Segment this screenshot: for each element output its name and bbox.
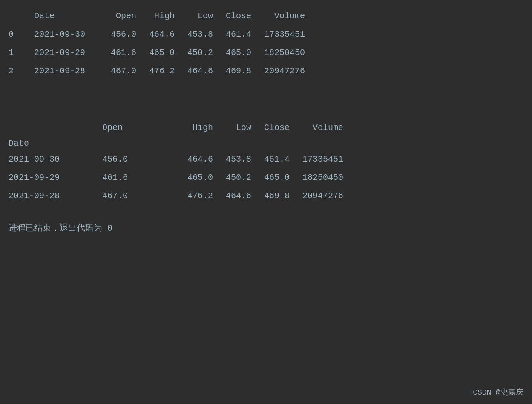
table2-cell-low: 450.2 bbox=[226, 168, 264, 187]
table2-section: Open High Low Close Volume Date 2021-09-… bbox=[9, 118, 523, 205]
table2-cell-high: 476.2 bbox=[187, 187, 226, 205]
table1-cell-index: 0 bbox=[9, 25, 34, 43]
table2-cell-volume: 17335451 bbox=[302, 150, 356, 168]
table2-cell-volume: 18250450 bbox=[302, 168, 356, 187]
table1-section: Date Open High Low Close Volume 0 2021-0… bbox=[9, 7, 523, 80]
table1-row: 2 2021-09-28 467.0 476.2 464.6 469.8 209… bbox=[9, 62, 318, 80]
table2-row: 2021-09-30 456.0 464.6 453.8 461.4 17335… bbox=[9, 150, 356, 168]
table1-cell-high: 465.0 bbox=[149, 43, 187, 62]
table2-header-row: Open High Low Close Volume bbox=[9, 118, 356, 137]
table1-row: 1 2021-09-29 461.6 465.0 450.2 465.0 182… bbox=[9, 43, 318, 62]
table2-col-close: Close bbox=[264, 118, 302, 137]
table1-cell-low: 450.2 bbox=[187, 43, 226, 62]
process-end-message: 进程已结束，退出代码为 0 bbox=[9, 222, 523, 234]
table1-cell-index: 2 bbox=[9, 62, 34, 80]
table1-cell-date: 2021-09-30 bbox=[34, 25, 111, 43]
table1-col-high: High bbox=[149, 7, 187, 25]
terminal-content: Date Open High Low Close Volume 0 2021-0… bbox=[9, 7, 523, 234]
table1-row: 0 2021-09-30 456.0 464.6 453.8 461.4 173… bbox=[9, 25, 318, 43]
table1-col-open: Open bbox=[111, 7, 149, 25]
table2: Open High Low Close Volume Date 2021-09-… bbox=[9, 118, 356, 205]
table2-cell-date: 2021-09-28 bbox=[9, 187, 102, 205]
table2-cell-open: 456.0 bbox=[102, 150, 187, 168]
table1-cell-open: 467.0 bbox=[111, 62, 149, 80]
table1-col-volume: Volume bbox=[264, 7, 318, 25]
table2-cell-close: 465.0 bbox=[264, 168, 302, 187]
table1-cell-low: 464.6 bbox=[187, 62, 226, 80]
table1-cell-high: 464.6 bbox=[149, 25, 187, 43]
table2-col-volume: Volume bbox=[302, 118, 356, 137]
table2-cell-close: 469.8 bbox=[264, 187, 302, 205]
table2-col-empty bbox=[9, 118, 102, 137]
table1-cell-close: 461.4 bbox=[226, 25, 264, 43]
table1-cell-date: 2021-09-28 bbox=[34, 62, 111, 80]
table2-date-index-label: Date bbox=[9, 137, 102, 150]
table1-cell-open: 461.6 bbox=[111, 43, 149, 62]
table1-cell-low: 453.8 bbox=[187, 25, 226, 43]
table1-cell-date: 2021-09-29 bbox=[34, 43, 111, 62]
table1-header-row: Date Open High Low Close Volume bbox=[9, 7, 318, 25]
table1-cell-index: 1 bbox=[9, 43, 34, 62]
table1-cell-close: 469.8 bbox=[226, 62, 264, 80]
table2-cell-date: 2021-09-30 bbox=[9, 150, 102, 168]
table2-date-index-row: Date bbox=[9, 137, 356, 150]
table1-col-index bbox=[9, 7, 34, 25]
table2-col-high: High bbox=[187, 118, 226, 137]
table2-col-low: Low bbox=[226, 118, 264, 137]
table1-col-low: Low bbox=[187, 7, 226, 25]
watermark: CSDN @史嘉庆 bbox=[473, 387, 523, 397]
section-gap bbox=[9, 97, 523, 114]
table2-cell-close: 461.4 bbox=[264, 150, 302, 168]
table2-col-open: Open bbox=[102, 118, 187, 137]
table1-cell-close: 465.0 bbox=[226, 43, 264, 62]
table1-col-date: Date bbox=[34, 7, 111, 25]
table2-row: 2021-09-29 461.6 465.0 450.2 465.0 18250… bbox=[9, 168, 356, 187]
table2-cell-high: 464.6 bbox=[187, 150, 226, 168]
table2-cell-high: 465.0 bbox=[187, 168, 226, 187]
table2-row: 2021-09-28 467.0 476.2 464.6 469.8 20947… bbox=[9, 187, 356, 205]
table1: Date Open High Low Close Volume 0 2021-0… bbox=[9, 7, 318, 80]
table2-cell-low: 464.6 bbox=[226, 187, 264, 205]
table1-col-close: Close bbox=[226, 7, 264, 25]
table1-cell-volume: 18250450 bbox=[264, 43, 318, 62]
table2-cell-open: 467.0 bbox=[102, 187, 187, 205]
table1-cell-open: 456.0 bbox=[111, 25, 149, 43]
table2-cell-low: 453.8 bbox=[226, 150, 264, 168]
table1-cell-volume: 20947276 bbox=[264, 62, 318, 80]
table2-cell-volume: 20947276 bbox=[302, 187, 356, 205]
table1-cell-high: 476.2 bbox=[149, 62, 187, 80]
table1-cell-volume: 17335451 bbox=[264, 25, 318, 43]
table2-cell-open: 461.6 bbox=[102, 168, 187, 187]
table2-cell-date: 2021-09-29 bbox=[9, 168, 102, 187]
